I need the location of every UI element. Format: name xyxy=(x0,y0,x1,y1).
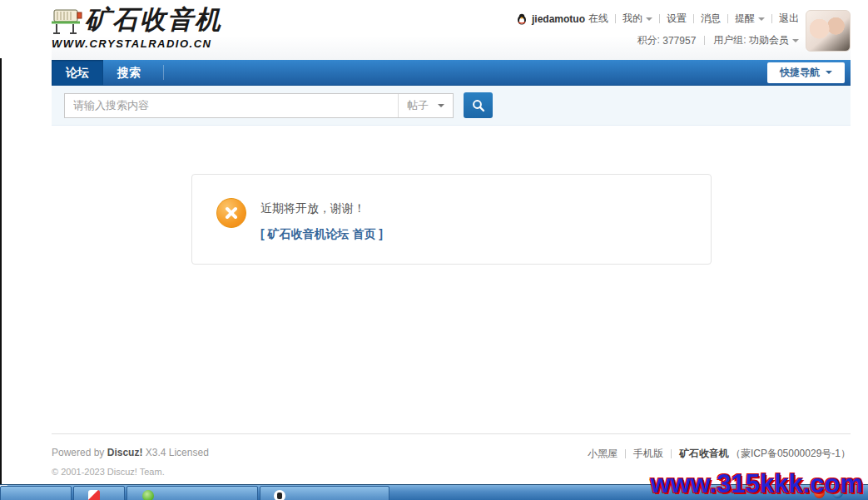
crystal-radio-logo-icon xyxy=(52,5,85,37)
main-content: 近期将开放，谢谢！ [ 矿石收音机论坛 首页 ] xyxy=(52,126,851,433)
forum-home-link[interactable]: [ 矿石收音机论坛 首页 ] xyxy=(260,227,383,242)
separator xyxy=(615,14,616,23)
site-logo[interactable]: 矿石收音机 WWW.CRYSTALRADIO.CN xyxy=(52,5,222,50)
taskbar-button-4[interactable] xyxy=(260,486,389,500)
separator xyxy=(625,449,626,458)
usergroup-label: 用户组: xyxy=(713,33,746,47)
tab-search[interactable]: 搜索 xyxy=(103,60,155,85)
site-url: WWW.CRYSTALRADIO.CN xyxy=(52,37,222,50)
search-input[interactable] xyxy=(65,94,398,117)
taskbar-app-icon xyxy=(274,490,285,500)
search-strip: 帖子 xyxy=(52,86,851,126)
browser-app-icon xyxy=(142,490,154,500)
credits-value[interactable]: 377957 xyxy=(662,35,696,47)
chevron-down-icon xyxy=(646,17,652,21)
site-header: 矿石收音机 WWW.CRYSTALRADIO.CN jiedamotuo 在线 xyxy=(52,0,851,60)
taskbar-button-2[interactable] xyxy=(73,486,125,500)
taskbar-app-icon xyxy=(88,490,100,500)
icp-number[interactable]: （蒙ICP备05000029号-1） xyxy=(731,447,851,461)
qq-penguin-icon xyxy=(516,13,528,25)
site-title: 矿石收音机 xyxy=(85,5,222,35)
darkroom-link[interactable]: 小黑屋 xyxy=(588,447,618,461)
separator xyxy=(727,14,728,23)
footer-site-name[interactable]: 矿石收音机 xyxy=(679,447,729,461)
mobile-version-link[interactable]: 手机版 xyxy=(633,447,663,461)
page-container: 矿石收音机 WWW.CRYSTALRADIO.CN jiedamotuo 在线 xyxy=(52,0,851,477)
nav-divider xyxy=(163,65,164,80)
notice-message: 近期将开放，谢谢！ xyxy=(260,201,383,216)
watermark: www.315kkk.com xyxy=(650,469,863,499)
window-left-edge xyxy=(0,58,2,484)
search-box: 帖子 xyxy=(64,93,454,118)
quick-nav-button[interactable]: 快捷导航 xyxy=(767,62,845,83)
username[interactable]: jiedamotuo xyxy=(532,13,585,25)
separator xyxy=(693,14,694,23)
tab-forum[interactable]: 论坛 xyxy=(52,60,103,85)
menu-notifications[interactable]: 提醒 xyxy=(735,12,765,26)
powered-by: Powered by Discuz! X3.4 Licensed xyxy=(52,447,209,458)
separator xyxy=(771,14,772,23)
menu-messages[interactable]: 消息 xyxy=(701,12,721,26)
online-status: 在线 xyxy=(588,12,608,26)
error-cross-icon xyxy=(216,198,246,228)
chevron-down-icon xyxy=(826,71,832,74)
taskbar-button-1[interactable] xyxy=(0,486,72,500)
user-panel: jiedamotuo 在线 我的 设置 消息 提醒 退出 积分: 377957 xyxy=(516,12,851,47)
menu-logout[interactable]: 退出 xyxy=(779,12,799,26)
discuz-brand[interactable]: Discuz! xyxy=(107,447,143,458)
chevron-down-icon xyxy=(438,104,444,107)
chevron-down-icon xyxy=(792,39,799,42)
main-navbar: 论坛 搜索 快捷导航 xyxy=(52,60,851,86)
search-icon xyxy=(472,99,485,112)
search-button[interactable] xyxy=(464,92,493,118)
usergroup-value[interactable]: 功勋会员 xyxy=(749,33,799,47)
taskbar-button-3[interactable] xyxy=(126,486,258,500)
credits-label: 积分: xyxy=(637,33,660,47)
separator xyxy=(671,449,672,458)
separator xyxy=(704,36,705,45)
menu-settings[interactable]: 设置 xyxy=(667,12,687,26)
notice-box: 近期将开放，谢谢！ [ 矿石收音机论坛 首页 ] xyxy=(191,174,712,265)
menu-my[interactable]: 我的 xyxy=(622,12,652,26)
separator xyxy=(659,14,660,23)
user-avatar[interactable] xyxy=(806,10,851,52)
search-scope-select[interactable]: 帖子 xyxy=(398,94,453,117)
chevron-down-icon xyxy=(758,17,765,21)
